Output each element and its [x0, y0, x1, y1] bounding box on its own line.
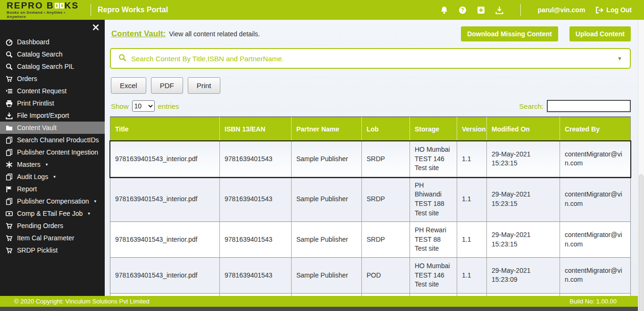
bell-icon[interactable]	[440, 6, 448, 14]
table-body: 9781639401543_interior.pdf9781639401543S…	[110, 141, 630, 311]
download-icon	[6, 112, 13, 119]
cell-modified: 29-May-2021 15:23:09	[487, 258, 560, 293]
content-vault-table: TitleISBN 13/EANPartner NameLobStorageVe…	[110, 116, 631, 311]
header-divider	[91, 4, 91, 16]
upload-content-button[interactable]: Upload Content	[569, 26, 631, 41]
logout-icon	[595, 6, 603, 14]
cell-title: 9781639401543_interior.pdf	[110, 258, 220, 293]
entries-select[interactable]: 10	[132, 100, 155, 112]
sidebar-item-audit-logs[interactable]: Audit Logs▾	[0, 171, 105, 183]
list-icon	[6, 88, 13, 95]
sidebar-item-file-import-export[interactable]: File Import/Export	[0, 109, 105, 122]
logo-text-left: REPRO B	[7, 1, 54, 10]
table-header-row: TitleISBN 13/EANPartner NameLobStorageVe…	[110, 116, 630, 141]
column-header[interactable]: Version	[457, 116, 487, 141]
sidebar-item-search-channel-productids[interactable]: Search Channel ProductIDs	[0, 134, 105, 146]
scrollbar-thumb[interactable]	[639, 174, 644, 311]
sidebar-item-label: Catalog Search PIL	[17, 63, 74, 70]
sidebar-item-masters[interactable]: Masters▾	[0, 158, 105, 171]
logo-text: REPRO BKS	[7, 1, 84, 10]
sidebar-item-item-cal-parameter[interactable]: Item Cal Parameter	[0, 232, 105, 244]
sidebar-item-dashboard[interactable]: Dashboard	[0, 36, 105, 48]
logo-square-icon	[60, 3, 64, 8]
sidebar-item-print-printlist[interactable]: Print Printlist	[0, 97, 105, 109]
logo-square-icon	[55, 3, 59, 8]
cell-lob: SRDP	[362, 141, 410, 177]
search-icon	[6, 51, 13, 58]
pdf-button[interactable]: PDF	[151, 77, 183, 94]
logo-tagline: Books on Demand • Anytime • Anywhere	[7, 10, 84, 19]
column-header[interactable]: Partner Name	[292, 116, 362, 141]
copy-icon	[6, 173, 13, 180]
table-search-input[interactable]	[547, 100, 631, 112]
cell-partner: Sample Publisher	[292, 177, 362, 221]
main-content: Content Vault: View all content related …	[105, 20, 638, 311]
cell-lob: SRDP	[362, 222, 410, 257]
sidebar-item-label: Item Cal Parameter	[17, 234, 74, 242]
column-header[interactable]: Lob	[362, 116, 410, 141]
entries-row: Show 10 entries Search:	[111, 100, 631, 112]
printer-icon	[6, 100, 13, 107]
sidebar-item-content-vault[interactable]: Content Vault	[0, 122, 105, 134]
scrollbar-track[interactable]	[638, 20, 644, 311]
print-button[interactable]: Print	[188, 77, 220, 94]
sidebar-item-pending-orders[interactable]: Pending Orders	[0, 220, 105, 232]
table-row[interactable]: 9781639401543_interior.pdf9781639401543S…	[110, 222, 630, 258]
sidebar-item-publisher-compensation[interactable]: Publisher Compensation▾	[0, 195, 105, 207]
flag-icon	[6, 186, 13, 193]
cell-isbn: 9781639401543	[220, 177, 292, 221]
entries-label: entries	[158, 102, 179, 110]
sidebar-item-label: Content Request	[17, 87, 67, 95]
sidebar-item-label: Catalog Search	[17, 50, 63, 58]
cart-icon	[6, 247, 13, 254]
sidebar-item-content-request[interactable]: Content Request	[0, 85, 105, 97]
download-icon[interactable]	[495, 6, 503, 14]
sidebar-item-label: Orders	[17, 75, 37, 82]
content-search-combobox[interactable]: ▼	[110, 48, 631, 69]
sidebar-item-catalog-search[interactable]: Catalog Search	[0, 48, 105, 60]
cell-created_by: contentMigrator@vin.com	[560, 258, 630, 293]
sidebar-item-report[interactable]: Report	[0, 183, 105, 195]
cart-icon	[6, 222, 13, 229]
cell-modified: 29-May-2021 15:23:15	[487, 141, 560, 177]
plus-square-icon[interactable]	[477, 6, 485, 14]
table-row[interactable]: 9781639401543_interior.pdf9781639401543S…	[110, 258, 630, 294]
page: REPRO BKS Books on Demand • Anytime • An…	[0, 0, 644, 311]
column-header[interactable]: Created By	[560, 116, 630, 141]
column-header[interactable]: Title	[110, 116, 220, 141]
header-divider	[520, 4, 521, 16]
chevron-down-icon[interactable]: ▼	[617, 56, 622, 61]
repro-books-logo: REPRO BKS Books on Demand • Anytime • An…	[0, 1, 84, 19]
sidebar-item-comp-etail-fee-job[interactable]: Comp & ETail Fee Job▾	[0, 207, 105, 220]
logout-button[interactable]: Log Out	[595, 6, 632, 14]
cell-version: 1.1	[457, 177, 487, 221]
column-header[interactable]: Modified On	[487, 116, 560, 141]
sidebar-item-srdp-picklist[interactable]: SRDP Picklist	[0, 244, 105, 256]
help-icon[interactable]: ?	[459, 6, 467, 14]
content-search-input[interactable]	[131, 55, 617, 63]
cell-partner: Sample Publisher	[292, 258, 362, 293]
column-header[interactable]: ISBN 13/EAN	[220, 116, 292, 141]
cell-title: 9781639401543_interior.pdf	[110, 141, 220, 177]
cell-title: 9781639401543_interior.pdf	[110, 177, 220, 221]
close-icon[interactable]	[92, 24, 99, 31]
sidebar-item-label: Print Printlist	[17, 99, 54, 107]
download-missing-content-button[interactable]: Download Missing Content	[461, 26, 558, 41]
cell-storage: HO Mumbai TEST 146 Test site	[410, 258, 457, 293]
table-row[interactable]: 9781639401543_interior.pdf9781639401543S…	[110, 141, 630, 177]
sidebar-item-orders[interactable]: Orders	[0, 73, 105, 85]
sidebar-item-label: Publisher Content Ingestion	[17, 148, 98, 156]
search-label: Search:	[519, 102, 544, 110]
excel-button[interactable]: Excel	[111, 77, 146, 94]
cell-isbn: 9781639401543	[220, 141, 292, 177]
sidebar-nav: DashboardCatalog SearchCatalog Search PI…	[0, 20, 105, 256]
portal-title: Repro Works Portal	[98, 6, 168, 14]
sidebar-item-catalog-search-pil[interactable]: Catalog Search PIL	[0, 60, 105, 73]
table-row[interactable]: 9781639401543_interior.pdf9781639401543S…	[110, 177, 630, 222]
column-header[interactable]: Storage	[410, 116, 457, 141]
sidebar-item-publisher-content-ingestion[interactable]: Publisher Content Ingestion	[0, 146, 105, 158]
sidebar-item-label: SRDP Picklist	[17, 246, 58, 254]
sidebar-item-label: Dashboard	[17, 38, 50, 46]
sidebar-item-label: Publisher Compensation	[17, 197, 89, 205]
cell-modified: 29-May-2021 15:23:15	[487, 222, 560, 257]
